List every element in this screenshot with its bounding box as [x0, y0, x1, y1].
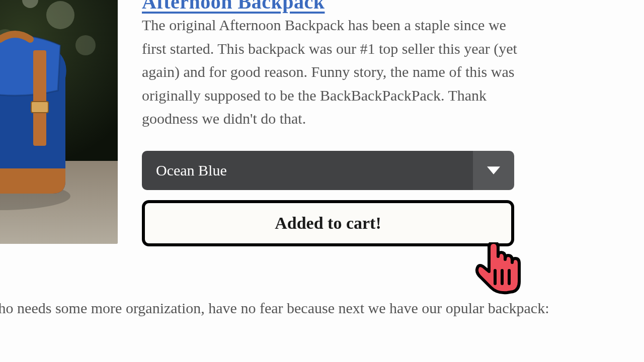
svg-rect-12	[31, 102, 48, 113]
cursor-pointer-icon	[472, 242, 522, 298]
svg-point-1	[46, 1, 74, 29]
product-image	[0, 0, 118, 244]
chevron-down-icon	[473, 151, 514, 190]
color-select[interactable]: Ocean Blue	[142, 151, 514, 190]
color-select-value: Ocean Blue	[142, 151, 473, 190]
followup-text: e someone who needs some more organizati…	[0, 297, 574, 320]
product-row: Afternoon Backpack The original Afternoo…	[0, 0, 533, 246]
product-description: The original Afternoon Backpack has been…	[142, 14, 524, 131]
add-to-cart-button[interactable]: Added to cart!	[142, 200, 514, 246]
svg-rect-10	[33, 50, 46, 146]
product-title-link[interactable]: Afternoon Backpack	[142, 0, 325, 13]
svg-point-2	[75, 35, 96, 55]
product-info: Afternoon Backpack The original Afternoo…	[142, 0, 533, 246]
